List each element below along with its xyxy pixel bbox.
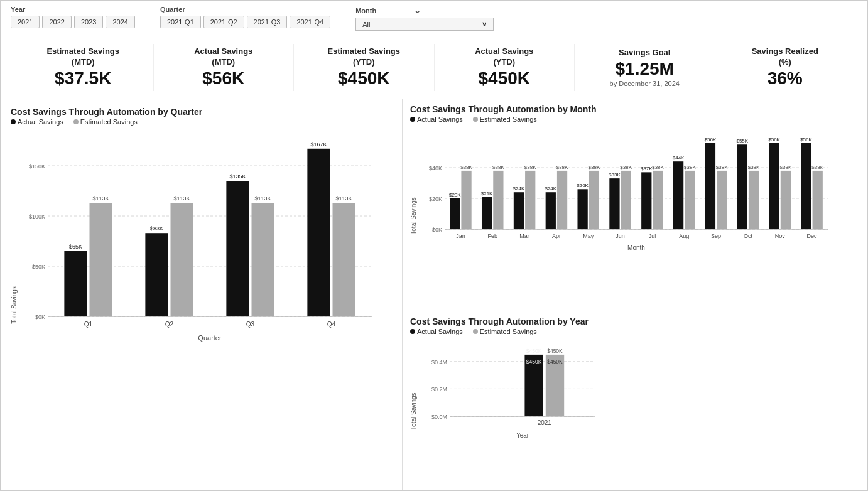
svg-rect-39 — [461, 171, 471, 229]
svg-text:$56K: $56K — [705, 137, 717, 143]
monthly-legend-estimated-label: Estimated Savings — [480, 116, 537, 123]
quarter-filter-group: Quarter 2021-Q1 2021-Q2 2021-Q3 2021-Q4 — [160, 6, 330, 28]
kpi-savings-goal-sub: by December 31, 2024 — [610, 80, 680, 87]
svg-rect-9 — [64, 251, 87, 316]
quarter-q3-btn[interactable]: 2021-Q3 — [247, 16, 288, 28]
month-filter-group: Month All ∨ — [355, 6, 494, 31]
kpi-savings-goal-value: $1.25M — [616, 58, 674, 80]
quarter-q2-btn[interactable]: 2021-Q2 — [203, 16, 244, 28]
svg-text:Nov: Nov — [775, 233, 786, 239]
monthly-chart: Cost Savings Through Automation by Month… — [410, 104, 860, 311]
yearly-chart: Cost Savings Through Automation by Year … — [410, 314, 860, 485]
quarterly-legend-estimated-label: Estimated Savings — [80, 118, 138, 126]
svg-text:$38K: $38K — [620, 165, 632, 170]
svg-text:2021: 2021 — [538, 419, 552, 426]
monthly-chart-title: Cost Savings Through Automation by Month — [410, 104, 860, 114]
filter-bar: Year 2021 2022 2023 2024 Quarter 2021-Q1… — [1, 1, 867, 36]
monthly-y-axis-label: Total Savings — [410, 126, 417, 307]
svg-text:Jun: Jun — [616, 233, 625, 239]
svg-text:$450K: $450K — [526, 359, 542, 365]
svg-text:$33K: $33K — [609, 173, 621, 178]
kpi-estimated-mtd-value: $37.5K — [55, 68, 111, 89]
quarterly-legend-actual-label: Actual Savings — [18, 118, 63, 126]
monthly-actual-dot — [410, 117, 415, 122]
svg-text:Year: Year — [516, 432, 529, 439]
kpi-actual-ytd-value: $450K — [478, 68, 530, 89]
svg-text:$55K: $55K — [736, 139, 748, 144]
svg-text:$20K: $20K — [449, 192, 461, 198]
quarterly-legend-actual: Actual Savings — [11, 118, 63, 126]
svg-text:$38K: $38K — [556, 165, 568, 170]
month-dropdown[interactable]: All ∨ — [355, 18, 494, 31]
svg-text:$0.0M: $0.0M — [431, 414, 447, 420]
yearly-bar-chart-container: Total Savings $0.0M$0.2M$0.4M$450K$450K$… — [410, 338, 860, 485]
svg-text:$65K: $65K — [69, 244, 82, 250]
year-2022-btn[interactable]: 2022 — [42, 16, 71, 28]
kpi-savings-realized-title: Savings Realized(%) — [752, 46, 818, 68]
year-buttons: 2021 2022 2023 2024 — [11, 16, 135, 28]
svg-rect-82 — [737, 145, 747, 230]
svg-text:$113K: $113K — [174, 196, 190, 202]
svg-text:$38K: $38K — [589, 165, 600, 170]
svg-text:$0K: $0K — [35, 314, 45, 320]
monthly-legend-actual: Actual Savings — [410, 116, 463, 123]
svg-rect-94 — [813, 171, 823, 229]
svg-rect-77 — [705, 143, 715, 229]
year-2024-btn[interactable]: 2024 — [106, 16, 134, 28]
svg-text:May: May — [583, 233, 594, 239]
quarter-q1-btn[interactable]: 2021-Q1 — [160, 16, 201, 28]
actual-dot — [11, 119, 16, 124]
svg-text:$21K: $21K — [481, 191, 493, 197]
svg-text:Jul: Jul — [649, 233, 656, 239]
svg-text:$24K: $24K — [545, 186, 556, 192]
svg-text:Feb: Feb — [487, 233, 497, 239]
monthly-bar-chart: $0K$20K$40K$20K$38KJan$21K$38KFeb$24K$38… — [420, 126, 860, 307]
svg-text:$37K: $37K — [641, 166, 653, 172]
monthly-bar-chart-container: Total Savings $0K$20K$40K$20K$38KJan$21K… — [410, 126, 860, 307]
svg-text:$38K: $38K — [524, 165, 536, 170]
svg-text:Aug: Aug — [679, 233, 689, 239]
svg-text:$56K: $56K — [768, 137, 780, 143]
svg-rect-26 — [333, 203, 355, 317]
charts-area: Cost Savings Through Automation by Quart… — [1, 99, 867, 490]
quarter-q4-btn[interactable]: 2021-Q4 — [290, 16, 330, 28]
yearly-chart-legend: Actual Savings Estimated Savings — [410, 328, 860, 335]
year-filter-group: Year 2021 2022 2023 2024 — [11, 6, 135, 28]
yearly-legend-estimated: Estimated Savings — [473, 328, 537, 335]
kpi-actual-ytd-title: Actual Savings(YTD) — [475, 46, 533, 68]
kpi-actual-ytd: Actual Savings(YTD) $450K — [435, 44, 575, 91]
svg-rect-49 — [525, 171, 535, 229]
year-2023-btn[interactable]: 2023 — [74, 16, 103, 28]
svg-text:$150K: $150K — [29, 163, 45, 170]
svg-text:$38K: $38K — [492, 165, 504, 170]
svg-rect-74 — [685, 171, 695, 229]
svg-rect-79 — [717, 171, 727, 229]
kpi-estimated-ytd: Estimated Savings(YTD) $450K — [294, 44, 435, 91]
kpi-actual-mtd-title: Actual Savings(MTD) — [194, 46, 252, 68]
svg-rect-16 — [171, 203, 193, 317]
svg-text:$113K: $113K — [336, 196, 352, 202]
monthly-estimated-dot — [473, 117, 478, 122]
month-chevron-top — [414, 6, 421, 15]
svg-text:$44K: $44K — [673, 156, 685, 161]
svg-text:$38K: $38K — [684, 165, 696, 170]
quarterly-chart-title: Cost Savings Through Automation by Quart… — [11, 107, 392, 117]
kpi-estimated-mtd: Estimated Savings(MTD) $37.5K — [13, 44, 154, 91]
svg-rect-87 — [769, 143, 779, 229]
svg-rect-54 — [557, 171, 567, 229]
year-label: Year — [11, 6, 135, 13]
monthly-chart-legend: Actual Savings Estimated Savings — [410, 116, 860, 123]
quarterly-chart: Cost Savings Through Automation by Quart… — [1, 99, 403, 490]
svg-rect-21 — [252, 203, 274, 317]
year-2021-btn[interactable]: 2021 — [11, 16, 40, 28]
svg-rect-62 — [609, 179, 619, 230]
yearly-bar-chart: $0.0M$0.2M$0.4M$450K$450K$450K$450K2021Y… — [420, 338, 860, 485]
month-label: Month — [355, 7, 376, 14]
svg-text:Jan: Jan — [456, 233, 465, 239]
svg-text:$38K: $38K — [780, 165, 792, 170]
svg-text:$56K: $56K — [800, 137, 812, 143]
svg-text:$0.2M: $0.2M — [431, 386, 447, 392]
yearly-legend-actual: Actual Savings — [410, 328, 463, 335]
kpi-estimated-ytd-value: $450K — [338, 68, 390, 89]
svg-rect-67 — [641, 173, 651, 230]
